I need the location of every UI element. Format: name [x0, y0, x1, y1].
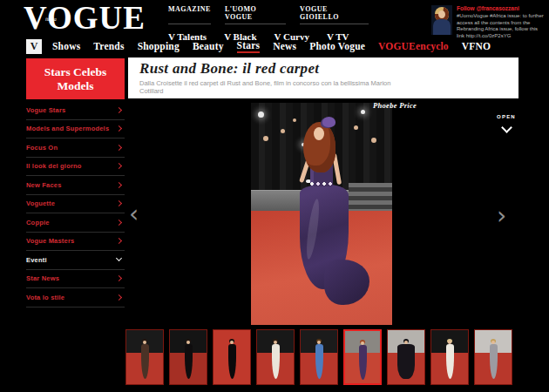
nav-item-trends[interactable]: Trends: [93, 41, 124, 52]
chevron-right-icon: [116, 163, 122, 169]
sidebar-item-eventi[interactable]: Eventi: [26, 251, 125, 270]
nav-item-shopping[interactable]: Shopping: [138, 41, 180, 52]
sidebar-item-voguette[interactable]: Voguette: [26, 195, 125, 214]
twitter-follow-link[interactable]: Follow @francasozzani: [457, 5, 544, 11]
chevron-right-icon: [116, 145, 122, 151]
gallery-thumbnail[interactable]: [300, 329, 338, 385]
menu-item-magazine[interactable]: MAGAZINE: [168, 5, 211, 24]
gallery-thumbnail[interactable]: [474, 329, 512, 385]
nav-item-shows[interactable]: Shows: [52, 41, 80, 52]
vogue-logo[interactable]: VOGUE: [24, 0, 146, 37]
twitter-widget: Follow @francasozzani #UomoVogue #Africa…: [431, 5, 545, 39]
nav-v-home[interactable]: V: [26, 39, 42, 54]
figure-train: [324, 260, 369, 305]
avatar-face: [438, 10, 445, 18]
sidebar-item-new-faces[interactable]: New Faces: [26, 176, 125, 195]
chevron-right-icon: [116, 125, 122, 132]
avatar-body: [433, 19, 451, 35]
twitter-tweet-text[interactable]: #UomoVogue #Africa issue: to further acc…: [457, 13, 544, 39]
vogue-stars-page: VOGUE italia MAGAZINE L'UOMO VOGUE VOGUE…: [0, 0, 549, 392]
nav-item-photo-vogue[interactable]: Photo Vogue: [309, 41, 365, 52]
sidebar-item-focus-on[interactable]: Focus On: [26, 139, 125, 158]
article-subtitle: Dalla Croisette il red carpet di Rust an…: [128, 78, 416, 95]
figure-face: [314, 127, 324, 140]
page-title: Rust and Bone: il red carpet: [128, 57, 518, 78]
gallery-prev-arrow[interactable]: ‹: [129, 206, 139, 223]
sidebar-item-star-news[interactable]: Star News: [26, 270, 125, 289]
top-header: VOGUE italia MAGAZINE L'UOMO VOGUE VOGUE…: [0, 0, 549, 38]
twitter-avatar[interactable]: [431, 5, 452, 35]
photo-caption: Phoebe Price: [373, 101, 417, 110]
article-header: Rust and Bone: il red carpet Dalla Crois…: [128, 57, 518, 98]
gallery-thumbnail[interactable]: [125, 329, 164, 385]
vogue-logo-italia: italia: [45, 17, 57, 22]
gallery-thumbnail[interactable]: [256, 329, 295, 385]
sidebar-category-header[interactable]: Stars Celebs Models: [26, 58, 125, 99]
chevron-right-icon: [116, 220, 122, 226]
nav-item-news[interactable]: News: [273, 41, 296, 52]
gallery-thumbnail-selected[interactable]: [343, 329, 382, 385]
chevron-right-icon: [116, 107, 122, 113]
gallery-thumbnail[interactable]: [213, 329, 251, 385]
thumbnail-strip: [125, 329, 512, 385]
sidebar-item-vogue-masters[interactable]: Vogue Masters: [26, 233, 125, 252]
sidebar-item-coppie[interactable]: Coppie: [26, 213, 125, 233]
header-menus: MAGAZINE L'UOMO VOGUE VOGUE GIOIELLO V T…: [168, 5, 369, 42]
sidebar-item-il-look-del-giorno[interactable]: Il look del giorno: [26, 158, 125, 177]
sidebar-item-vota-lo-stile[interactable]: Vota lo stile: [26, 288, 125, 308]
menu-item-luomo-vogue[interactable]: L'UOMO VOGUE: [225, 5, 286, 24]
sidebar-item-models-and-supermodels[interactable]: Models and Supermodels: [26, 120, 125, 139]
chevron-right-icon: [116, 200, 122, 206]
sidebar-item-vogue-stars[interactable]: Vogue Stars: [26, 101, 125, 120]
figure-fascinator: [322, 117, 336, 127]
nav-item-vfno[interactable]: VFNO: [462, 41, 491, 52]
gallery-thumbnail[interactable]: [169, 329, 207, 385]
nav-item-vogueencyclo[interactable]: VOGUEencyclo: [378, 41, 449, 52]
main-photo[interactable]: [251, 103, 392, 325]
gallery-thumbnail[interactable]: [430, 329, 469, 385]
chevron-right-icon: [116, 294, 122, 301]
sidebar-menu: Vogue Stars Models and Supermodels Focus…: [26, 101, 125, 308]
header-menu-row-top: MAGAZINE L'UOMO VOGUE VOGUE GIOIELLO: [168, 5, 369, 24]
chevron-right-icon: [116, 275, 122, 281]
chevron-right-icon: [116, 238, 122, 244]
menu-item-vogue-gioiello[interactable]: VOGUE GIOIELLO: [300, 5, 369, 24]
chevron-down-icon: [501, 122, 512, 133]
open-button[interactable]: OPEN: [491, 114, 521, 135]
chevron-right-icon: [116, 182, 122, 188]
main-nav: V Shows Trends Shopping Beauty Stars New…: [26, 39, 518, 54]
nav-item-stars[interactable]: Stars: [237, 40, 261, 53]
chevron-down-icon: [116, 255, 122, 261]
phoebe-price-figure: [251, 103, 392, 325]
gallery-next-arrow[interactable]: ›: [497, 207, 506, 225]
gallery-thumbnail[interactable]: [387, 329, 425, 385]
nav-item-beauty[interactable]: Beauty: [193, 41, 224, 52]
